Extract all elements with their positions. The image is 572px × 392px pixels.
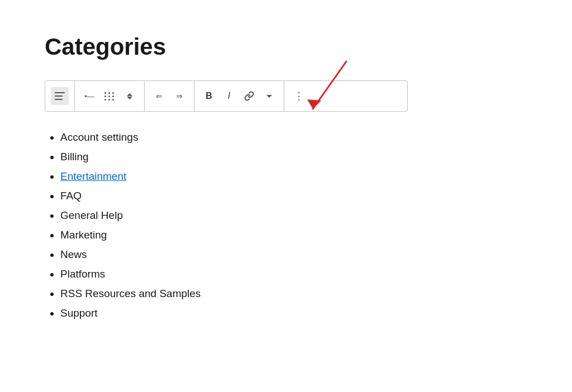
list-item: General Help (60, 205, 527, 225)
list-item-text: FAQ (60, 190, 82, 202)
italic-button[interactable]: I (220, 87, 238, 105)
list-item-text: News (60, 248, 87, 260)
list-item-text: Platforms (60, 268, 105, 280)
list-view-icon (55, 92, 65, 100)
indent-left-icon: ⇐ (156, 92, 163, 101)
sort-icon (127, 93, 132, 99)
list-item-text: RSS Resources and Samples (60, 288, 201, 299)
toolbar-group-indent: ⇐ ⇒ (145, 81, 194, 111)
list-item: News (60, 245, 527, 264)
list-item: Account settings (60, 127, 527, 147)
bullet-list-icon: •— (84, 92, 94, 101)
chevron-down-button[interactable] (260, 87, 278, 105)
indent-left-button[interactable]: ⇐ (150, 87, 168, 105)
bold-button[interactable]: B (200, 87, 218, 105)
list-item: RSS Resources and Samples (60, 284, 527, 303)
page-title: Categories (45, 34, 527, 60)
list-item: Support (60, 303, 527, 323)
link-icon (244, 91, 254, 101)
grid-button[interactable] (101, 87, 118, 105)
list-item: Billing (60, 147, 527, 166)
category-list: Account settings Billing Entertainment F… (45, 127, 527, 323)
entertainment-link[interactable]: Entertainment (60, 170, 126, 182)
list-item-entertainment: Entertainment (60, 166, 527, 186)
list-view-button[interactable] (51, 87, 69, 105)
link-button[interactable] (240, 87, 258, 105)
list-item-text: Marketing (60, 229, 107, 241)
grid-icon (104, 92, 115, 101)
page-container: Categories •— (0, 0, 572, 356)
indent-right-icon: ⇒ (176, 92, 183, 101)
more-options-button[interactable]: ⋮ (290, 87, 308, 105)
list-item-platforms: Platforms (60, 264, 527, 284)
sort-button[interactable] (121, 87, 139, 105)
toolbar-group-format: •— (75, 81, 145, 111)
chevron-down-icon (266, 95, 272, 98)
editor-toolbar: •— ⇐ ⇒ (45, 80, 408, 112)
indent-right-button[interactable]: ⇒ (170, 87, 188, 105)
list-item-text: Support (60, 307, 98, 319)
toolbar-group-more: ⋮ (284, 81, 313, 111)
bullet-button[interactable]: •— (80, 87, 98, 105)
list-item: Marketing (60, 225, 527, 245)
toolbar-group-list-view (45, 81, 75, 111)
list-item-text: General Help (60, 209, 123, 221)
toolbar-group-text: B I (194, 81, 284, 111)
list-item: FAQ (60, 186, 527, 205)
list-item-text: Account settings (60, 131, 138, 143)
ellipsis-icon: ⋮ (294, 91, 304, 101)
list-item-text: Billing (60, 151, 89, 162)
